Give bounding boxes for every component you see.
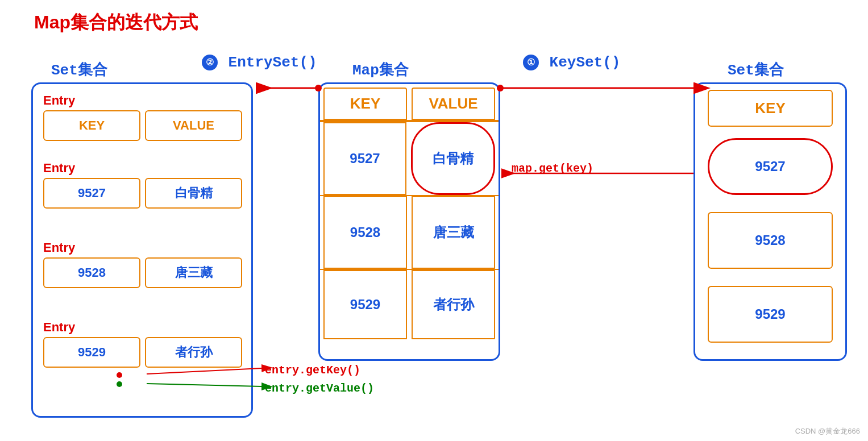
mapget-label: map.get(key) xyxy=(512,162,593,175)
entry-group-2: Entry 9527 白骨精 xyxy=(43,161,242,209)
map-label: Map集合 xyxy=(352,60,409,80)
entry-label-3: Entry xyxy=(43,240,242,255)
entry-row-1: KEY VALUE xyxy=(43,110,242,141)
map-row-3: 9529 者行孙 xyxy=(320,269,499,343)
entry-label-2: Entry xyxy=(43,161,242,176)
right-set-label: Set集合 xyxy=(728,60,784,80)
right-key-9527: 9527 xyxy=(708,138,833,195)
entry-label-4: Entry xyxy=(43,320,242,335)
right-key-9528: 9528 xyxy=(708,212,833,269)
left-set-box: Entry KEY VALUE Entry 9527 白骨精 Entry 952… xyxy=(31,82,253,418)
map-value-3: 者行孙 xyxy=(412,270,495,339)
map-key-2: 9528 xyxy=(323,196,407,269)
entry-group-1: Entry KEY VALUE xyxy=(43,93,242,141)
main-title: Map集合的迭代方式 xyxy=(34,10,198,35)
entry-value-1: VALUE xyxy=(145,110,242,141)
watermark: CSDN @黄金龙666 xyxy=(795,426,860,436)
entry-key-2: 9527 xyxy=(43,178,140,209)
map-key-1: 9527 xyxy=(323,122,406,195)
map-header-value: VALUE xyxy=(412,88,495,120)
entry-label-1: Entry xyxy=(43,93,242,108)
entry-row-3: 9528 唐三藏 xyxy=(43,257,242,288)
map-value-1: 白骨精 xyxy=(411,122,495,195)
entryset-text: EntrySet() xyxy=(229,54,317,71)
keyset-num: ① xyxy=(523,55,539,70)
entry-value-2: 白骨精 xyxy=(145,178,242,209)
entry-row-2: 9527 白骨精 xyxy=(43,178,242,209)
keyset-label: ① KeySet() xyxy=(523,54,620,71)
map-header-row: KEY VALUE xyxy=(320,84,499,121)
map-box: KEY VALUE 9527 白骨精 9528 唐三藏 9529 者行孙 xyxy=(318,82,500,361)
entry-group-3: Entry 9528 唐三藏 xyxy=(43,240,242,288)
map-row-1: 9527 白骨精 xyxy=(320,121,499,195)
entry-key-1: KEY xyxy=(43,110,140,141)
left-set-label: Set集合 xyxy=(51,60,107,80)
right-key-9529: 9529 xyxy=(708,286,833,343)
entry-value-4: 者行孙 xyxy=(145,337,242,368)
getkey-label: entry.getKey() xyxy=(265,364,360,377)
right-key-header: KEY xyxy=(708,90,833,127)
entryset-label: ② EntrySet() xyxy=(202,54,317,71)
entry-value-3: 唐三藏 xyxy=(145,257,242,288)
map-value-2: 唐三藏 xyxy=(412,196,495,269)
map-row-2: 9528 唐三藏 xyxy=(320,195,499,269)
entry-row-4: 9529 者行孙 xyxy=(43,337,242,368)
map-header-key: KEY xyxy=(323,88,407,120)
right-set-box: KEY 9527 9528 9529 xyxy=(693,82,847,361)
getvalue-label: entry.getValue() xyxy=(265,382,374,395)
entry-key-4: 9529 xyxy=(43,337,140,368)
entry-key-3: 9528 xyxy=(43,257,140,288)
keyset-text: KeySet() xyxy=(550,54,621,71)
entryset-num: ② xyxy=(202,55,218,70)
entry-group-4: Entry 9529 者行孙 xyxy=(43,320,242,368)
map-key-3: 9529 xyxy=(323,270,407,339)
